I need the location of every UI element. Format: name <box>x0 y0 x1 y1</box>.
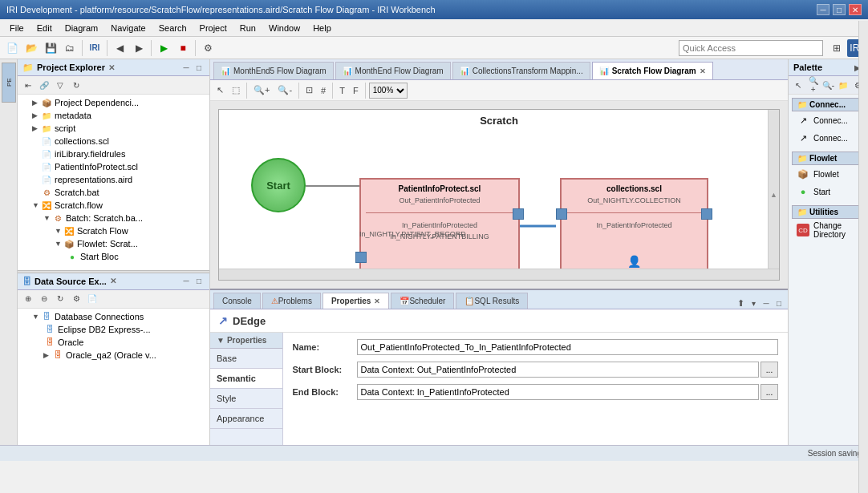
palette-cursor-btn[interactable]: ↖ <box>792 78 805 92</box>
tab-monthend[interactable]: 📊 MonthEnd Flow Diagram <box>335 62 451 79</box>
palette-item-flowlet[interactable]: 📦 Flowlet <box>792 165 865 183</box>
diag-select-btn[interactable]: ↖ <box>213 83 227 99</box>
menu-window[interactable]: Window <box>262 22 306 34</box>
sidebar-item-base[interactable]: Base <box>210 349 282 369</box>
quick-access-input[interactable] <box>683 43 819 53</box>
tree-item-patientinfo[interactable]: 📄 PatientInfoProtect.scl <box>19 160 208 173</box>
bottom-panel-arrow[interactable]: ⬆ <box>735 297 746 309</box>
diag-font[interactable]: F <box>350 83 362 99</box>
toolbar-stop[interactable]: ■ <box>174 39 192 57</box>
palette-connections-header[interactable]: 📁 Connec... <box>792 98 865 111</box>
toolbar-save[interactable]: 💾 <box>42 39 59 57</box>
port-collections-out[interactable] <box>701 208 712 220</box>
tab-monthend5[interactable]: 📊 MonthEnd5 Flow Diagram <box>213 62 334 79</box>
palette-item-connec2[interactable]: ↗ Connec... <box>792 129 865 147</box>
prop-startblock-btn[interactable]: ... <box>761 362 778 378</box>
panel-minimize-btn[interactable]: ─ <box>180 62 192 73</box>
ds-btn5[interactable]: 📄 <box>85 292 99 306</box>
toolbar-iri[interactable]: IRI <box>86 39 103 57</box>
ds-btn2[interactable]: ⊖ <box>37 292 51 306</box>
toolbar-settings[interactable]: ⚙ <box>199 39 217 57</box>
tab-scheduler[interactable]: 📅 Scheduler <box>391 293 454 309</box>
tab-console[interactable]: Console <box>213 293 261 309</box>
palette-item-change-dir[interactable]: CD ChangeDirectory <box>792 219 865 241</box>
menu-project[interactable]: Project <box>193 22 233 34</box>
ds-btn4[interactable]: ⚙ <box>69 292 83 306</box>
tree-item-collections[interactable]: 📄 collections.scl <box>19 135 208 147</box>
menu-navigate[interactable]: Navigate <box>104 22 152 34</box>
menu-help[interactable]: Help <box>306 22 338 34</box>
palette-flowlet-header[interactable]: 📁 Flowlet <box>792 152 865 165</box>
menu-diagram[interactable]: Diagram <box>59 22 105 34</box>
prop-startblock-value[interactable]: Data Context: Out_PatientInfoProtected <box>357 362 760 378</box>
palette-zoom-in-btn[interactable]: 🔍+ <box>806 78 819 92</box>
flow-box-patient[interactable]: PatientInfoProtect.scl Out_PatientInfoPr… <box>359 178 520 269</box>
sidebar-item-style[interactable]: Style <box>210 389 282 409</box>
ds-btn1[interactable]: ⊕ <box>21 292 35 306</box>
data-source-minimize-btn[interactable]: ─ <box>180 276 192 287</box>
close-button[interactable]: ✕ <box>849 4 862 15</box>
ds-btn3[interactable]: ↻ <box>53 292 67 306</box>
start-node[interactable]: Start <box>251 158 306 212</box>
palette-zoom-out-btn[interactable]: 🔍- <box>821 78 835 92</box>
maximize-button[interactable]: □ <box>833 4 846 15</box>
bottom-panel-minimize[interactable]: ─ <box>761 297 772 309</box>
diag-zoom-out[interactable]: 🔍- <box>274 83 295 99</box>
palette-scrollbar[interactable] <box>858 59 868 445</box>
diagram-scrollbar-v[interactable]: ▲ <box>768 110 779 280</box>
data-source-maximize-btn[interactable]: □ <box>193 276 205 287</box>
menu-edit[interactable]: Edit <box>30 22 59 34</box>
prop-endblock-btn[interactable]: ... <box>761 384 778 400</box>
tab-collections-transform[interactable]: 📊 CollectionsTransform Mappin... <box>452 62 590 79</box>
bottom-panel-maximize[interactable]: □ <box>773 297 785 309</box>
tree-item-oracle[interactable]: 🗄 Oracle <box>19 336 208 349</box>
tree-item-representations[interactable]: 📄 representations.aird <box>19 173 208 186</box>
toolbar-back[interactable]: ◀ <box>111 39 128 57</box>
tab-scratch-flow-close[interactable]: ✕ <box>700 67 706 75</box>
tree-item-flowlet[interactable]: ▼ 📦 Flowlet: Scrat... <box>19 237 208 250</box>
minimize-button[interactable]: ─ <box>817 4 829 15</box>
tree-filter-btn[interactable]: ▽ <box>53 78 67 92</box>
port-patient-out[interactable] <box>513 208 524 220</box>
tree-item-dependencies[interactable]: ▶ 📦 Project Dependenci... <box>19 96 208 109</box>
tab-properties[interactable]: Properties ✕ <box>322 293 389 309</box>
menu-run[interactable]: Run <box>233 22 262 34</box>
flow-box-collections[interactable]: collections.scl Out_NIGHTLY.COLLECTION I… <box>560 178 708 269</box>
toolbar-save-all[interactable]: 🗂 <box>61 39 79 57</box>
data-source-close-icon[interactable]: ✕ <box>110 277 116 285</box>
tree-link-btn[interactable]: 🔗 <box>37 78 51 92</box>
toolbar-new[interactable]: 📄 <box>3 39 21 57</box>
bottom-panel-menu[interactable]: ▾ <box>748 297 759 309</box>
tree-item-batch[interactable]: ▼ ⚙ Batch: Scratch.ba... <box>19 212 208 224</box>
tab-problems[interactable]: ⚠ Problems <box>262 293 321 309</box>
palette-folder-btn[interactable]: 📁 <box>837 78 850 92</box>
sidebar-item-semantic[interactable]: Semantic <box>210 369 282 389</box>
diag-grid[interactable]: # <box>318 83 329 99</box>
sidebar-item-appearance[interactable]: Appearance <box>210 409 282 429</box>
menu-search[interactable]: Search <box>152 22 193 34</box>
palette-utilities-header[interactable]: 📁 Utilities <box>792 205 865 219</box>
toolbar-forward[interactable]: ▶ <box>130 39 148 57</box>
prop-name-value[interactable]: Out_PatientInfoProtected_To_In_PatientIn… <box>357 339 779 355</box>
toolbar-run[interactable]: ▶ <box>155 39 172 57</box>
palette-item-connec1[interactable]: ↗ Connec... <box>792 111 865 129</box>
diag-fit[interactable]: ⊡ <box>302 83 316 99</box>
tree-refresh-btn[interactable]: ↻ <box>69 78 83 92</box>
tree-item-start-bloc[interactable]: ● Start Bloc <box>19 250 208 263</box>
tree-item-scratch-bat[interactable]: ⚙ Scratch.bat <box>19 186 208 199</box>
tree-item-script[interactable]: ▶ 📁 script <box>19 122 208 135</box>
tree-item-oracle-qa2[interactable]: ▶ 🗄 Oracle_qa2 (Oracle v... <box>19 349 208 362</box>
port-collections-in[interactable] <box>556 208 567 220</box>
toolbar-open[interactable]: 📂 <box>22 39 40 57</box>
diag-zoom-select[interactable]: 100%75%50% <box>369 83 408 99</box>
diagram-scrollbar-h[interactable] <box>219 269 779 280</box>
toolbar-view-menu[interactable]: ⊞ <box>828 39 846 57</box>
panel-maximize-btn[interactable]: □ <box>193 62 205 73</box>
tree-item-scratch-flow[interactable]: ▼ 🔀 Scratch.flow <box>19 199 208 212</box>
tab-properties-close[interactable]: ✕ <box>374 297 380 305</box>
port-patient-in-left[interactable] <box>355 252 367 263</box>
tree-item-scratch-flow-child[interactable]: ▼ 🔀 Scratch Flow <box>19 224 208 237</box>
project-explorer-close-icon[interactable]: ✕ <box>108 63 115 72</box>
diag-text[interactable]: T <box>336 83 348 99</box>
prop-endblock-value[interactable]: Data Context: In_PatientInfoProtected <box>357 384 760 400</box>
